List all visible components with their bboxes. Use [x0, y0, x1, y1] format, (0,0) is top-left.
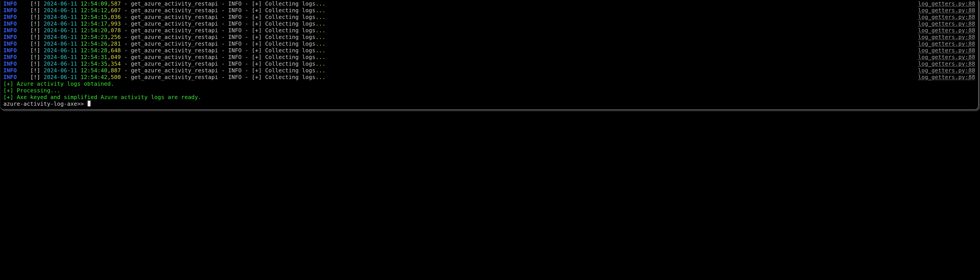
log-time: 12:54:35: [81, 60, 107, 67]
terminal-window[interactable]: INFO [!] 2024-06-11 12:54:09,587 - get_a…: [0, 0, 978, 110]
status-text: [+] Azure activity logs obtained.: [3, 81, 114, 87]
log-level: INFO: [3, 21, 17, 27]
log-level2: INFO: [228, 54, 242, 60]
log-lineno: 88: [969, 74, 975, 80]
log-date: 2024-06-11: [44, 21, 77, 27]
log-bang: [!]: [30, 34, 40, 40]
log-plus: [+]: [252, 14, 262, 20]
log-message: Collecting logs: [265, 7, 315, 14]
status-text: [+] Axe keyed and simplified Azure activ…: [3, 94, 201, 101]
log-bang: [!]: [30, 41, 40, 47]
log-line: INFO [!] 2024-06-11 12:54:12,607 - get_a…: [3, 7, 975, 14]
log-dots: ...: [315, 47, 326, 54]
log-bang: [!]: [30, 27, 40, 33]
log-plus: [+]: [252, 41, 262, 47]
log-bang: [!]: [30, 67, 40, 74]
log-lineno: 88: [969, 27, 975, 33]
status-line: [+] Processing...: [3, 87, 975, 94]
log-dots: ...: [315, 67, 326, 74]
log-ms: ,281: [107, 41, 121, 47]
log-line: INFO [!] 2024-06-11 12:54:40,887 - get_a…: [3, 67, 975, 74]
log-line: INFO [!] 2024-06-11 12:54:26,281 - get_a…: [3, 41, 975, 47]
log-source: get_azure_activity_restapi: [131, 54, 218, 60]
log-dots: ...: [315, 7, 326, 14]
log-ms: ,887: [107, 67, 121, 74]
log-time: 12:54:28: [81, 47, 107, 54]
prompt-line[interactable]: azure-activity-log-axe>>: [3, 101, 975, 107]
log-source: get_azure_activity_restapi: [131, 21, 218, 27]
log-level2: INFO: [228, 27, 242, 33]
log-plus: [+]: [252, 34, 262, 40]
log-plus: [+]: [252, 27, 262, 33]
log-dots: ...: [315, 41, 326, 47]
status-text: [+] Processing...: [3, 87, 60, 94]
log-level: INFO: [3, 67, 17, 74]
log-source: get_azure_activity_restapi: [131, 27, 218, 33]
log-plus: [+]: [252, 21, 262, 27]
status-output: [+] Azure activity logs obtained.[+] Pro…: [3, 81, 975, 101]
log-dots: ...: [315, 34, 326, 40]
log-level: INFO: [3, 54, 17, 60]
log-message: Collecting logs: [265, 14, 315, 20]
log-file: log_getters.py: [918, 21, 965, 27]
log-time: 12:54:12: [81, 7, 107, 14]
log-time: 12:54:15: [81, 14, 107, 20]
log-line: INFO [!] 2024-06-11 12:54:42,500 - get_a…: [3, 74, 975, 81]
prompt-text: azure-activity-log-axe>>: [3, 101, 87, 107]
log-lineno: 88: [969, 14, 975, 20]
log-time: 12:54:09: [81, 0, 107, 7]
log-time: 12:54:31: [81, 54, 107, 60]
log-lineno: 88: [969, 54, 975, 60]
log-date: 2024-06-11: [44, 27, 77, 33]
log-dots: ...: [315, 60, 326, 67]
log-level2: INFO: [228, 41, 242, 47]
log-ms: ,500: [107, 74, 121, 80]
log-line: INFO [!] 2024-06-11 12:54:20,078 - get_a…: [3, 27, 975, 34]
log-bang: [!]: [30, 54, 40, 60]
log-source: get_azure_activity_restapi: [131, 14, 218, 20]
log-level: INFO: [3, 47, 17, 54]
log-file: log_getters.py: [918, 14, 965, 20]
status-line: [+] Azure activity logs obtained.: [3, 81, 975, 87]
cursor-icon: [88, 101, 91, 106]
log-line: INFO [!] 2024-06-11 12:54:23,256 - get_a…: [3, 34, 975, 41]
log-plus: [+]: [252, 54, 262, 60]
log-message: Collecting logs: [265, 27, 315, 33]
log-line: INFO [!] 2024-06-11 12:54:17,993 - get_a…: [3, 21, 975, 27]
log-date: 2024-06-11: [44, 74, 77, 80]
log-time: 12:54:42: [81, 74, 107, 80]
log-level2: INFO: [228, 14, 242, 20]
log-file: log_getters.py: [918, 41, 965, 47]
log-source: get_azure_activity_restapi: [131, 60, 218, 67]
log-bang: [!]: [30, 0, 40, 7]
log-line: INFO [!] 2024-06-11 12:54:09,587 - get_a…: [3, 0, 975, 7]
log-lineno: 88: [969, 60, 975, 67]
log-level: INFO: [3, 34, 17, 40]
log-level: INFO: [3, 41, 17, 47]
log-plus: [+]: [252, 0, 262, 7]
log-ms: ,607: [107, 7, 121, 14]
log-lineno: 88: [969, 7, 975, 14]
log-source: get_azure_activity_restapi: [131, 34, 218, 40]
log-output: INFO [!] 2024-06-11 12:54:09,587 - get_a…: [3, 0, 975, 81]
log-file: log_getters.py: [918, 74, 965, 80]
log-level: INFO: [3, 0, 17, 7]
log-lineno: 88: [969, 0, 975, 7]
log-message: Collecting logs: [265, 21, 315, 27]
log-date: 2024-06-11: [44, 41, 77, 47]
log-message: Collecting logs: [265, 47, 315, 54]
log-message: Collecting logs: [265, 54, 315, 60]
log-file: log_getters.py: [918, 54, 965, 60]
log-bang: [!]: [30, 47, 40, 54]
log-level2: INFO: [228, 21, 242, 27]
log-time: 12:54:23: [81, 34, 107, 40]
log-dots: ...: [315, 74, 326, 80]
log-time: 12:54:40: [81, 67, 107, 74]
log-level: INFO: [3, 7, 17, 14]
log-plus: [+]: [252, 60, 262, 67]
log-lineno: 88: [969, 21, 975, 27]
log-time: 12:54:17: [81, 21, 107, 27]
log-lineno: 88: [969, 41, 975, 47]
log-ms: ,354: [107, 60, 121, 67]
log-source: get_azure_activity_restapi: [131, 67, 218, 74]
